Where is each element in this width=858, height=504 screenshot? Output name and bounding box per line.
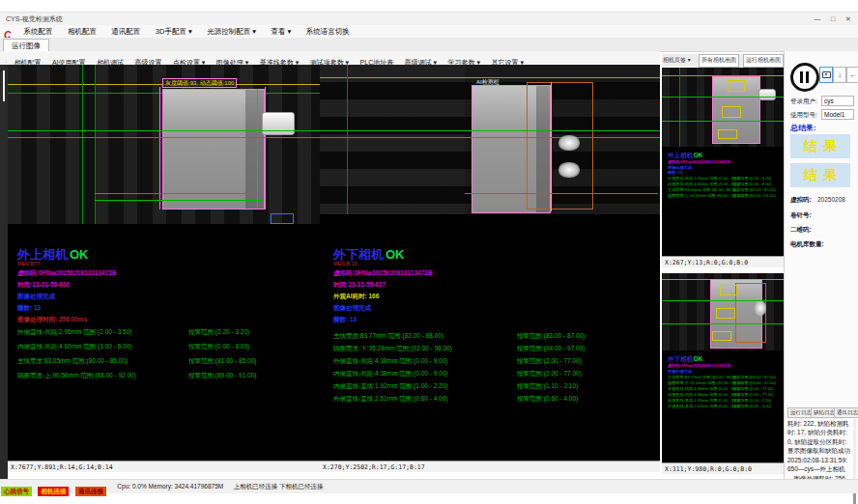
measurement-row: 隔圈宽度-上:90.56mm 范围:(88.00 - 92.00)报警范围:(8… [668,193,782,199]
measure-line-green [8,137,320,138]
measure-value: 外侧直线-间距:2.95mm 范围:(2.00 - 3.50) [17,328,188,337]
measurement-row: 主线宽度:83.05mm 范围:(80.00 - 86.00)报警范围:(81.… [17,357,256,366]
bright-spot [558,135,580,151]
measure-value: 隔圈宽度-上:90.56mm 范围:(88.00 - 92.00) [17,372,188,380]
barcode-line: 虚拟码:0Ffiiw2025020813313472B [333,269,433,278]
time-line: 时间:13-31-59-600 [17,281,70,290]
arrow-down-icon: ↓ [838,70,842,79]
pause-button[interactable] [790,63,819,92]
menu-language-switch[interactable]: 系统语言切换 [306,25,350,38]
qr-label: 二维码: [790,226,812,235]
camera-panel-upper: 灰度阈值:93, 动态阈值:100 外上相机OK MES:BTT 虚拟码:0Ff… [8,65,320,472]
close-button[interactable]: ✕ [841,14,856,24]
measurement-row: 内侧直线-间距:4.38mm 范围:(0.00 - 9.00)报警范围:(2.0… [333,370,582,378]
coordinate-readout: X:311;Y:980;R:0;G:0;B:0 [662,462,784,474]
menu-view[interactable]: 查看 ▾ [272,25,292,38]
threshold-overlay: 灰度阈值:93, 动态阈值:100 [162,78,237,88]
barcode-line: 虚拟码:0Ffiiw2025020813313472B [17,269,117,278]
barcode-label: 虚拟码: [790,196,812,205]
thumbnail-text: 外上相机OK 虚拟码:0Ffiiw2025020813313472B 图像处理完… [668,151,782,199]
camera-connection-status: 上相机已经连接 下相机已经连接 [234,480,324,493]
camera-thumbnail-upper[interactable]: 外上相机OK 虚拟码:0Ffiiw2025020813313472B 图像处理完… [662,68,784,267]
detect-box-yellow [720,285,737,295]
camera-thumbnail-lower[interactable]: 外下相机OK 虚拟码:0Ffiiw2025020813313472B 图像处理完… [662,273,784,474]
alarm-range: 报警范围:(0.00 - 8.00) [188,343,249,350]
measure-line-green [662,323,784,324]
tab-comm-log[interactable]: 通讯日志 [834,407,858,418]
barcode-value: 20250208 [817,196,845,203]
tab-run-image[interactable]: 运行图像 [3,39,49,52]
tab-all-cameras[interactable]: 所有相机画面 [699,54,739,68]
measure-line-green [320,137,660,138]
tab-run-cameras[interactable]: 运行相机画面 [743,54,784,68]
coordinate-readout: X:267;Y:13;R:0;G:0;B:0 [662,256,784,267]
measure-line-green [465,193,658,194]
measure-value: 主线宽度:83.05mm 范围:(80.00 - 86.00) [17,357,188,366]
menu-system-config[interactable]: 系统配置 [23,25,52,38]
camera-icon [822,71,831,78]
detect-box-yellow [722,106,741,118]
detect-box-yellow [716,308,735,319]
minimize-button[interactable]: — [810,14,825,24]
detect-box-blue [271,213,294,224]
coordinate-readout: X:270;Y:2502;R:17;G:17;B:17 [320,461,660,472]
camera-connect-badge: 相机连接 [38,487,69,496]
process-time: 图像处理时间: 256.00ms [17,316,87,324]
thumbnail-image[interactable] [662,68,784,147]
alarm-range: 报警范围:(2.20 - 3.20) [188,328,249,335]
model-field[interactable]: Model1 [821,109,854,120]
connector-part [262,112,295,135]
measure-value: 内侧直线-直线:1.92mm 范围:(1.00 - 2.20) [333,382,517,391]
loop-count: 圈数: 13 [333,316,357,324]
edge-line-blue [257,89,258,208]
camera-image-upper[interactable]: 灰度阈值:93, 动态阈值:100 [8,65,320,224]
measure-value: 内侧直线-间距:4.38mm 范围:(0.00 - 9.00) [333,370,517,378]
model-label: 使用型号: [790,111,817,120]
login-user-field[interactable]: cys [821,96,854,106]
alarm-range: 报警范围:(0.60 - 4.00) [517,395,578,402]
menu-light-config[interactable]: 光源控制配置 ▾ [207,25,256,38]
measurement-row: 外侧直线-直线:2.61mm 范围:(0.60 - 4.00)报警范围:(0.6… [333,395,578,404]
menu-comm-config[interactable]: 通讯配置 [111,25,140,38]
alarm-range: 报警范围:(2.00 - 77.00) [517,357,582,364]
back-button[interactable]: ← [846,67,858,83]
result-box-lower: 结果 [790,163,850,187]
heartbeat-badge: 心跳信号 [1,487,32,496]
connector-part [758,89,776,100]
workpiece-region [162,89,265,210]
camera-view-button[interactable] [819,67,833,83]
app-window: CYS-视觉检测系统 — □ ✕ C 系统配置 相机配置 通讯配置 3D手配置 … [0,0,858,504]
detect-box-yellow [718,129,737,139]
alarm-range: 报警范围:(94.00 - 97.00) [517,345,585,351]
thumbnail-image[interactable] [662,273,784,350]
time-line: 时间:13-31-59-627 [333,281,386,290]
camera-name: 外下相机 [333,247,384,262]
menu-camera-config[interactable]: 相机配置 [68,25,97,38]
thumbnail-text: 外下相机OK 虚拟码:0Ffiiw2025020813313472B 图像处理完… [668,354,782,409]
menu-3d-config[interactable]: 3D手配置 ▾ [156,25,192,38]
log-tabs: 运行日志 缺陷日志 通讯日志 [787,407,857,418]
cpu-memory-status: Cpu: 0.0% Memory: 3424.41796875M [117,480,223,493]
comm-connect-badge: 通讯连接 [75,487,106,496]
edge-line-yellow [551,82,552,211]
process-status: 图像处理完成 [333,304,371,313]
guide-line-green [679,68,680,147]
alarm-range: 报警范围:(2.00 - 77.00) [517,370,582,377]
maximize-button[interactable]: □ [825,14,841,24]
camera-image-lower[interactable]: AI检测框 [320,65,660,214]
measure-line-green [95,193,264,194]
process-status: 图像处理完成 [17,293,55,301]
login-user-label: 登录用户: [790,98,817,106]
download-button[interactable]: ↓ [833,67,846,83]
toolbar: ⋮ 相机配置 AI使用配置 相机调试 高级设置 点检设置 ▾ 图像处理 ▾ 基准… [0,51,660,66]
measure-line-green [662,300,784,301]
ai-box-label: AI检测框 [476,78,500,87]
measure-line-green [662,97,784,98]
camera-page-dropdown[interactable]: 相机页签 ▾ [663,56,691,65]
scroll-marker [3,70,5,101]
result-ok: OK [693,355,702,363]
ai-time-line: 外观AI耗时: 166 [333,293,379,301]
detect-box-yellow [712,331,731,341]
measurement-row: 内侧直线-直线:1.92mm 范围:(1.00 - 2.20)报警范围:(1.1… [333,382,578,391]
measurement-row: 内侧直线-间距:4.60mm 范围:(3.00 - 6.00)报警范围:(0.0… [17,343,249,351]
